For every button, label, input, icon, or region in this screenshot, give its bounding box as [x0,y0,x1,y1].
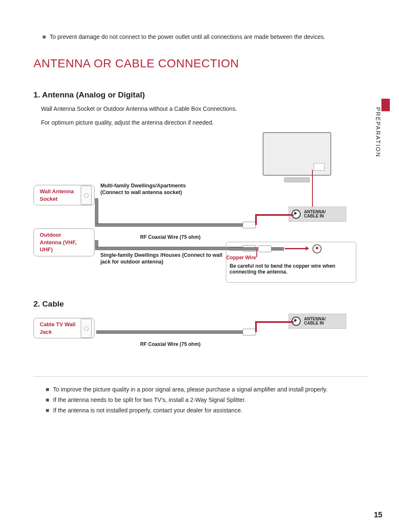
copper-warning-text: Be careful not to bend the copper wire w… [230,263,343,275]
copper-wire-label: Copper Wire [226,255,256,261]
wire [95,198,98,225]
side-tab-label: PREPARATION [375,107,381,157]
rf-coaxial-label: RF Coaxial Wire (75 ohm) [140,234,201,241]
wall-plate-icon [81,186,92,205]
bullet-icon [43,36,46,38]
wire-magenta [255,321,294,323]
tv-illustration [259,132,335,187]
wall-antenna-socket-label: Wall Antenna Socket [33,185,95,205]
note-item: To improve the picture quality in a poor… [46,384,368,395]
arrow-icon [306,246,309,251]
tv-stand-icon [284,177,310,182]
wire-magenta [255,214,257,225]
wire [95,247,246,250]
page: To prevent damage do not connect to the … [0,0,399,532]
section1-intro2: For optimum picture quality, adjust the … [41,118,250,127]
bullet-icon [46,388,49,391]
rf-connector-icon [258,246,271,252]
section1-intro1: Wall Antenna Socket or Outdoor Antenna w… [41,105,250,113]
antenna-port-box: ANTENNA/ CABLE IN [289,314,346,329]
rf-connector-icon [243,329,256,335]
divider [33,376,368,377]
wire [95,223,246,227]
wire-magenta [285,248,306,249]
cable-tv-wall-jack-label: Cable TV Wall Jack [33,318,95,338]
page-number: 15 [374,511,382,519]
callout-line [312,170,313,207]
multi-family-caption: Multi-family Dwellings/Apartments (Conne… [100,182,209,196]
wire-magenta [255,214,294,216]
copper-wire-warning-box: Copper Wire Be careful not to bend the c… [226,242,356,283]
section2-heading: 2. Cable [33,299,368,309]
single-family-caption: Single-family Dwellings /Houses (Connect… [100,252,226,266]
diagram-antenna: ANTENNA/ CABLE IN Wall Antenna Socket Ou… [33,132,368,291]
port-label: ANTENNA/ CABLE IN [304,317,326,325]
coax-target-icon [312,244,322,253]
tv-screen-icon [263,132,331,176]
callout-line [256,250,257,257]
notes-list: To improve the picture quality in a poor… [46,384,368,416]
wire [96,330,247,334]
main-title: ANTENNA OR CABLE CONNECTION [33,57,368,70]
rf-connector-icon [243,222,256,228]
wall-plate-icon [81,319,92,338]
top-note-text: To prevent damage do not connect to the … [50,33,325,40]
outdoor-antenna-label: Outdoor Antenna (VHF, UHF) [33,228,95,256]
antenna-port-box: ANTENNA/ CABLE IN [289,207,346,222]
section1-heading: 1. Antenna (Analog or Digital) [33,90,368,100]
note-item: If the antenna needs to be split for two… [46,395,368,405]
bullet-icon [46,399,49,402]
wire-magenta [255,321,257,332]
rf-coaxial-label: RF Coaxial Wire (75 ohm) [140,341,201,348]
side-tab-marker [381,99,390,111]
port-label: ANTENNA/ CABLE IN [304,210,326,218]
note-item: If the antenna is not installed properly… [46,405,368,416]
bullet-icon [46,409,49,412]
side-tab: PREPARATION [381,99,390,166]
top-note: To prevent damage do not connect to the … [43,33,368,40]
diagram-cable: ANTENNA/ CABLE IN Cable TV Wall Jack RF … [33,314,368,364]
